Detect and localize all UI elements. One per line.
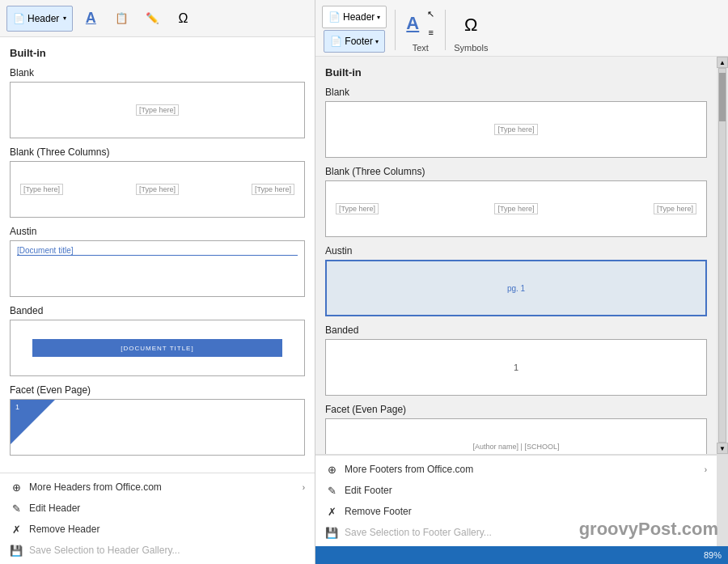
- left-preview-banded[interactable]: [DOCUMENT TITLE]: [10, 320, 305, 376]
- left-three-col-ph3: [Type here]: [252, 184, 294, 195]
- edit-footer-icon: ✎: [325, 484, 338, 497]
- scroll-up-arrow[interactable]: ▲: [717, 57, 728, 68]
- right-cursor-btn[interactable]: ↖: [425, 6, 437, 22]
- right-footer-page-icon: 📄: [330, 36, 342, 47]
- more-headers-label: More Headers from Office.com: [29, 481, 162, 493]
- insert-pages-icon: 📋: [115, 12, 129, 24]
- insert-pages-button[interactable]: 📋: [108, 6, 134, 32]
- more-footers-label: More Footers from Office.com: [345, 464, 473, 475]
- right-scroll-area: Built-in Blank [Type here] Blank (Three …: [315, 57, 717, 454]
- header-btn-label: Header: [28, 13, 59, 24]
- left-preview-facet[interactable]: 1: [10, 399, 305, 456]
- zoom-level: 89%: [704, 550, 722, 560]
- right-scrollbar[interactable]: ▲ ▼: [717, 57, 728, 454]
- left-three-col-ph2: [Type here]: [136, 184, 179, 195]
- right-section-title: Built-in: [325, 66, 707, 78]
- omega-icon: Ω: [178, 11, 188, 26]
- right-footer-more[interactable]: ⊕ More Footers from Office.com ›: [315, 459, 717, 480]
- right-preview-banded[interactable]: 1: [325, 339, 707, 396]
- right-header-arrow: ▾: [377, 14, 380, 21]
- left-footer-remove[interactable]: ✗ Remove Header: [0, 519, 315, 540]
- more-footers-icon: ⊕: [325, 463, 338, 476]
- right-footer-edit[interactable]: ✎ Edit Footer: [315, 480, 717, 501]
- left-item-label-austin: Austin: [10, 226, 305, 237]
- scroll-thumb[interactable]: [719, 73, 726, 121]
- right-align-btn[interactable]: ≡: [425, 25, 437, 40]
- remove-header-label: Remove Header: [29, 524, 99, 535]
- header-page-icon: 📄: [13, 13, 25, 24]
- edit-footer-label: Edit Footer: [345, 485, 392, 496]
- left-section-title: Built-in: [10, 47, 305, 59]
- left-preview-three-col[interactable]: [Type here] [Type here] [Type here]: [10, 161, 305, 218]
- right-footer-remove[interactable]: ✗ Remove Footer: [315, 501, 717, 522]
- header-dropdown-arrow: ▾: [63, 15, 66, 22]
- right-item-label-blank: Blank: [325, 87, 707, 98]
- right-text-format-btn[interactable]: A: [404, 11, 421, 36]
- status-bar: 89%: [315, 546, 728, 564]
- right-item-label-three-col: Blank (Three Columns): [325, 166, 707, 177]
- edit-button[interactable]: ✏️: [139, 6, 165, 32]
- right-text-group: A ↖ ≡ Text: [404, 6, 437, 56]
- right-symbols-label: Symbols: [454, 43, 488, 53]
- header-button[interactable]: 📄 Header ▾: [6, 6, 73, 32]
- right-blank-placeholder: [Type here]: [494, 124, 537, 135]
- text-format-button[interactable]: A: [78, 6, 104, 32]
- left-preview-blank[interactable]: [Type here]: [10, 82, 305, 138]
- right-footer-arrow: ▾: [375, 38, 379, 45]
- right-three-col-ph3: [Type here]: [654, 203, 696, 214]
- remove-footer-icon: ✗: [325, 505, 338, 518]
- scroll-track[interactable]: [718, 68, 726, 443]
- right-toolbar: 📄 Header ▾ 📄 Footer ▾ A ↖ ≡ Text: [315, 0, 728, 57]
- right-header-btn-label: Header: [343, 11, 375, 23]
- left-banded-bar: [DOCUMENT TITLE]: [32, 339, 282, 357]
- right-footer-button[interactable]: 📄 Footer ▾: [324, 30, 385, 53]
- right-text-label: Text: [413, 43, 429, 53]
- edit-header-label: Edit Header: [29, 503, 80, 514]
- right-preview-three-col[interactable]: [Type here] [Type here] [Type here]: [325, 180, 707, 237]
- left-scroll-area: Built-in Blank [Type here] Blank (Three …: [0, 37, 315, 473]
- right-banded-content: 1: [514, 363, 518, 372]
- save-footer-label: Save Selection to Footer Gallery...: [345, 527, 492, 538]
- right-content: Built-in Blank [Type here] Blank (Three …: [315, 57, 728, 454]
- edit-icon: ✏️: [146, 12, 159, 24]
- right-item-label-banded: Banded: [325, 324, 707, 336]
- left-preview-austin[interactable]: [Document title]: [10, 240, 305, 297]
- right-symbols-group: Ω Symbols: [454, 11, 488, 56]
- right-three-col-ph1: [Type here]: [336, 203, 379, 214]
- toolbar-divider-2: [445, 10, 446, 50]
- right-preview-austin[interactable]: pg. 1: [325, 260, 707, 316]
- right-facet-content: [Author name] | [SCHOOL]: [473, 443, 560, 451]
- left-footer-menu: ⊕ More Headers from Office.com › ✎ Edit …: [0, 473, 315, 564]
- right-preview-blank[interactable]: [Type here]: [325, 101, 707, 158]
- scroll-down-arrow[interactable]: ▼: [717, 443, 728, 454]
- right-outer: 📄 Header ▾ 📄 Footer ▾ A ↖ ≡ Text: [315, 0, 728, 564]
- left-footer-edit[interactable]: ✎ Edit Header: [0, 498, 315, 519]
- save-footer-icon: 💾: [325, 526, 338, 539]
- right-austin-content: pg. 1: [507, 284, 525, 293]
- symbols-button[interactable]: Ω: [170, 6, 196, 32]
- left-item-label-banded: Banded: [10, 305, 305, 316]
- text-format-icon: A: [86, 10, 96, 27]
- right-symbols-btn[interactable]: Ω: [457, 11, 485, 40]
- left-item-label-blank: Blank: [10, 67, 305, 78]
- right-footer-container: ⊕ More Footers from Office.com › ✎ Edit …: [315, 454, 728, 546]
- remove-header-icon: ✗: [10, 523, 23, 536]
- left-item-label-facet: Facet (Even Page): [10, 384, 305, 396]
- left-blank-placeholder: [Type here]: [136, 104, 179, 116]
- left-footer-save: 💾 Save Selection to Header Gallery...: [0, 540, 315, 561]
- edit-header-icon: ✎: [10, 502, 23, 515]
- left-toolbar: 📄 Header ▾ A 📋 ✏️ Ω: [0, 0, 315, 37]
- right-footer-btn-label: Footer: [345, 36, 373, 47]
- left-three-col-ph1: [Type here]: [20, 184, 63, 195]
- save-header-icon: 💾: [10, 544, 23, 557]
- right-preview-facet[interactable]: [Author name] | [SCHOOL]: [325, 418, 707, 454]
- right-header-button[interactable]: 📄 Header ▾: [322, 6, 387, 28]
- left-austin-text: [Document title]: [17, 246, 298, 256]
- left-footer-more[interactable]: ⊕ More Headers from Office.com ›: [0, 477, 315, 498]
- right-text-sub-icons: ↖ ≡: [425, 6, 437, 40]
- right-text-row: A ↖ ≡: [404, 6, 437, 40]
- left-facet-number: 1: [15, 403, 19, 411]
- right-header-group: 📄 Header ▾ 📄 Footer ▾: [322, 6, 387, 56]
- right-item-label-facet: Facet (Even Page): [325, 404, 707, 415]
- right-three-col-ph2: [Type here]: [494, 203, 537, 214]
